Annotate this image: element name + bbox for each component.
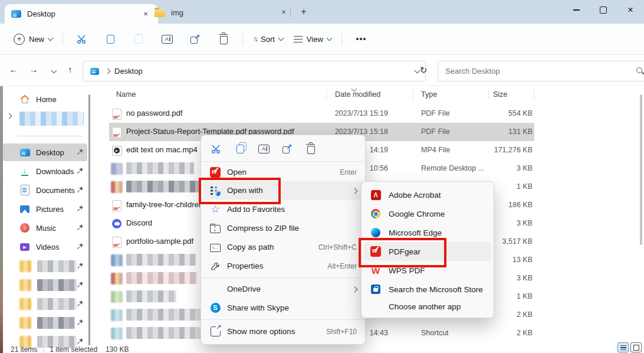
chevron-right-icon — [353, 186, 357, 195]
forward-button[interactable]: → — [25, 61, 42, 79]
submenu-item-search-microsoft-store[interactable]: Search the Microsoft Store — [364, 280, 491, 299]
sidebar-item-label: Pictures — [36, 205, 64, 214]
pin-icon — [77, 243, 84, 251]
pin-icon — [77, 205, 84, 214]
view-button-label: View — [307, 35, 323, 44]
sort-arrows-icon: ↑↓ — [253, 35, 257, 43]
copy-path-icon: \.. — [209, 241, 221, 253]
maximize-button[interactable] — [590, 0, 617, 20]
share-button[interactable] — [185, 30, 205, 48]
tab-img[interactable]: img × — [149, 4, 296, 21]
menu-item-label: Copy as path — [227, 243, 274, 251]
delete-button[interactable] — [213, 30, 234, 48]
submenu-item-wps-pdf[interactable]: W WPS PDF — [364, 261, 491, 280]
submenu-item-choose-another-app[interactable]: Choose another app — [364, 298, 491, 315]
menu-item-add-to-favorites[interactable]: ☆ Add to Favorites — [203, 200, 363, 218]
column-header-name[interactable]: Name — [116, 90, 136, 99]
large-icons-view-toggle[interactable] — [630, 342, 642, 352]
menu-item-copy-as-path[interactable]: \.. Copy as path Ctrl+Shift+C — [203, 238, 363, 256]
file-row-redacted[interactable]: 10:56 Remote Desktop ... 3 KB — [109, 159, 640, 178]
column-resize-handle[interactable] — [413, 89, 413, 100]
file-row-redacted[interactable]: 14:43 Shortcut 2 KB — [109, 324, 640, 342]
column-resize-handle[interactable] — [534, 89, 534, 100]
file-list-scrollbar[interactable] — [640, 94, 642, 245]
menu-item-open-with[interactable]: Open with — [203, 181, 363, 200]
recent-locations-button[interactable] — [45, 61, 63, 79]
sort-button[interactable]: ↑↓ Sort — [248, 31, 288, 48]
sidebar-item-home[interactable]: Home — [3, 90, 87, 108]
menu-item-onedrive[interactable]: OneDrive — [203, 280, 363, 298]
breadcrumb[interactable]: Desktop — [83, 61, 426, 81]
rename-button[interactable]: A — [252, 139, 275, 158]
submenu-item-adobe-acrobat[interactable]: Λ Adobe Acrobat — [364, 185, 491, 204]
submenu-item-google-chrome[interactable]: Google Chrome — [364, 204, 491, 223]
file-row-selected[interactable]: Project-Status-Report-Template.pdf passw… — [109, 123, 640, 141]
share-button[interactable] — [275, 139, 299, 158]
sidebar-item-videos[interactable]: ▶ Videos — [3, 238, 87, 256]
chevron-down-icon — [326, 35, 332, 41]
sidebar-item-label: Documents — [36, 186, 75, 195]
search-icon[interactable] — [636, 67, 644, 76]
sidebar-item-pictures[interactable]: Pictures — [3, 200, 87, 218]
tab-desktop-label: Desktop — [27, 9, 55, 18]
discord-icon — [111, 218, 123, 230]
sidebar-item-downloads[interactable]: ↓ Downloads — [3, 162, 87, 180]
sort-button-label: Sort — [261, 35, 275, 44]
menu-divider — [202, 161, 364, 162]
more-options-button[interactable] — [351, 30, 371, 48]
redacted-file-name — [126, 327, 202, 339]
column-header-size[interactable]: Size — [493, 90, 507, 99]
tab-desktop[interactable]: Desktop × — [5, 4, 158, 24]
copy-button[interactable] — [228, 139, 252, 158]
copy-icon — [107, 35, 114, 44]
sidebar-item-redacted-folder[interactable] — [3, 314, 87, 332]
cut-button[interactable] — [205, 139, 228, 158]
sidebar-item-onedrive-redacted[interactable] — [3, 110, 87, 128]
file-size: 1 KB — [517, 292, 533, 300]
minimize-button[interactable] — [563, 0, 590, 20]
refresh-button[interactable]: ↻ — [414, 61, 433, 80]
sidebar-scrollbar[interactable] — [88, 94, 90, 345]
breadcrumb-segment-desktop[interactable]: Desktop — [114, 67, 143, 76]
menu-item-label: Compress to ZIP file — [227, 224, 299, 233]
back-button[interactable]: ← — [5, 61, 22, 79]
rename-button[interactable]: A — [157, 30, 177, 48]
details-view-toggle[interactable] — [617, 342, 629, 352]
column-resize-handle[interactable] — [326, 89, 327, 100]
column-header-date-modified[interactable]: Date modified — [335, 90, 380, 99]
menu-item-compress-zip[interactable]: Compress to ZIP file — [203, 219, 363, 237]
file-row[interactable]: ▶ edit text on mac.mp4 14:19 MP4 File 17… — [109, 141, 640, 159]
file-type: Shortcut — [421, 329, 449, 337]
close-button[interactable]: × — [617, 0, 644, 20]
sidebar-item-redacted-folder[interactable] — [3, 257, 87, 275]
plus-icon: + — [14, 34, 25, 45]
sidebar-item-desktop[interactable]: Desktop — [3, 143, 87, 161]
menu-item-properties[interactable]: Properties Alt+Enter — [203, 257, 363, 275]
column-header-type[interactable]: Type — [421, 90, 437, 99]
search-input[interactable] — [444, 66, 636, 76]
paste-button[interactable] — [129, 30, 149, 48]
copy-button[interactable] — [100, 30, 120, 48]
address-bar-row: ← → ↑ Desktop ↻ — [0, 55, 644, 86]
sidebar-item-redacted-folder[interactable] — [3, 276, 87, 294]
selection-size: 130 KB — [106, 345, 129, 353]
column-resize-handle[interactable] — [488, 89, 489, 100]
menu-item-open[interactable]: Open Enter — [203, 163, 363, 181]
menu-item-show-more-options[interactable]: Show more options Shift+F10 — [203, 322, 363, 341]
sidebar-item-documents[interactable]: Documents — [3, 181, 87, 199]
tab-close-icon[interactable]: × — [277, 6, 290, 19]
pdf-file-icon — [111, 236, 123, 248]
up-button[interactable]: ↑ — [61, 61, 79, 79]
sidebar-item-music[interactable]: ♪ Music — [3, 219, 87, 237]
new-tab-button[interactable]: + — [296, 5, 311, 19]
submenu-item-microsoft-edge[interactable]: Microsoft Edge — [364, 223, 491, 242]
delete-button[interactable] — [299, 139, 323, 158]
submenu-item-pdfgear[interactable]: PDFgear — [364, 242, 491, 261]
view-button[interactable]: View — [288, 31, 337, 48]
chevron-down-icon — [51, 68, 57, 74]
new-button[interactable]: + New — [8, 30, 58, 49]
cut-button[interactable] — [72, 30, 92, 48]
file-row[interactable]: no password.pdf 2023/7/13 15:19 PDF File… — [109, 104, 640, 123]
sidebar-item-redacted-folder[interactable] — [3, 295, 87, 313]
menu-item-share-with-skype[interactable]: S Share with Skype — [203, 299, 363, 317]
